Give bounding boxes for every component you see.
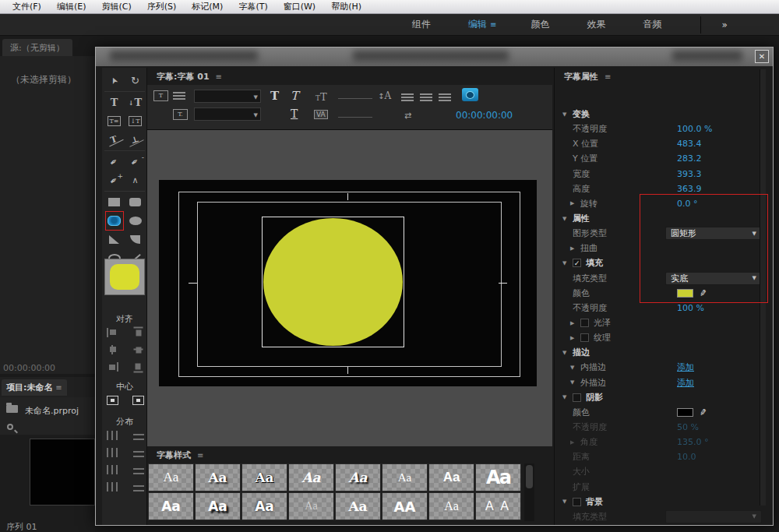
font-family-select[interactable]: ▼ [194,90,261,103]
distribute-left-button[interactable] [107,431,118,440]
menu-clip[interactable]: 剪辑(C) [93,1,139,12]
distribute-center-v-button[interactable] [133,448,144,457]
y-position-value[interactable]: 283.2 [677,153,702,164]
triangle-collapsed-icon[interactable]: ▶ [570,245,580,252]
tab-editing[interactable]: 编辑 [449,18,490,31]
style-swatch[interactable]: Aa [195,463,241,491]
underline-button[interactable]: T [291,107,298,120]
new-title-based-on-template-icon[interactable]: T [153,90,168,101]
tab-assembly[interactable]: 组件 [393,18,449,31]
align-left-button[interactable] [107,328,118,337]
triangle-expanded-icon[interactable]: ▼ [562,499,573,505]
triangle-expanded-icon[interactable]: ▼ [562,216,573,222]
window-title-bar[interactable]: ✕ [96,48,773,66]
style-swatch[interactable]: Aa [382,463,428,491]
style-swatch[interactable]: Aa [288,463,334,491]
section-background[interactable]: ▼ 背景 [555,495,763,509]
section-shadow[interactable]: ▼ 阴影 [555,390,763,405]
panel-menu-icon[interactable]: ≡ [605,72,611,81]
clipped-corner-rectangle-tool-selected[interactable] [104,213,124,229]
width-value[interactable]: 393.3 [677,169,702,179]
font-style-select[interactable]: ▼ [194,107,261,121]
rounded-rectangle-shape[interactable] [263,218,403,346]
panel-menu-icon[interactable]: ≡ [216,72,222,81]
x-position-value[interactable]: 483.4 [677,139,702,149]
triangle-expanded-icon[interactable]: ▼ [562,350,573,356]
sheen-checkbox[interactable] [580,319,589,327]
rounded-rectangle-tool[interactable] [125,194,145,210]
section-strokes[interactable]: ▼ 描边 [555,345,763,360]
triangle-collapsed-icon[interactable]: ▶ [570,200,580,206]
fill-opacity-value[interactable]: 100 % [677,303,704,313]
distribute-even-v-button[interactable] [133,482,144,491]
distribute-top-button[interactable] [133,431,144,440]
section-transform[interactable]: ▼ 变换 [555,107,763,122]
shadow-angle-value[interactable]: 135.0 ° [677,437,709,447]
shadow-color-swatch[interactable] [677,408,693,417]
menu-help[interactable]: 帮助(H) [323,1,369,12]
center-horizontal-button[interactable] [107,396,118,405]
triangle-collapsed-icon[interactable]: ▶ [570,335,580,341]
style-swatch[interactable]: Aa [148,463,194,491]
current-style-preview[interactable] [104,259,145,295]
align-text-right-icon[interactable] [439,92,451,104]
style-swatch[interactable]: Aa [288,492,334,520]
shape-selection-box[interactable] [262,217,404,347]
style-swatch[interactable]: Aa [148,492,194,520]
texture-checkbox[interactable] [580,333,589,342]
size-slider[interactable] [338,98,372,99]
style-swatch[interactable]: Aa [195,492,241,520]
triangle-expanded-icon[interactable]: ▼ [562,260,573,266]
tab-effects[interactable]: 效果 [568,18,624,31]
project-file-name[interactable]: 未命名.prproj [25,405,79,417]
menu-file[interactable]: 文件(F) [5,1,49,12]
shadow-distance-value[interactable]: 10.0 [677,452,696,462]
distribute-center-h-button[interactable] [107,448,118,457]
distribute-even-h-button[interactable] [107,482,118,491]
distribute-bottom-button[interactable] [133,465,144,474]
show-background-video-icon[interactable] [462,88,478,101]
shadow-opacity-value[interactable]: 50 % [677,422,699,432]
italic-button[interactable]: T [291,89,298,103]
selection-tool[interactable]: ➤ [104,72,124,89]
style-swatch[interactable]: Aa [428,492,474,520]
menu-edit[interactable]: 编辑(E) [49,1,94,12]
tab-overflow-chevron[interactable]: » [700,16,727,33]
path-type-tool[interactable]: T [104,132,124,148]
panel-menu-icon[interactable]: ≡ [197,451,203,460]
type-tool[interactable]: T [104,94,124,111]
triangle-expanded-icon[interactable]: ▼ [570,379,580,386]
style-swatch[interactable]: Aa [335,463,381,491]
rectangle-tool[interactable] [104,194,124,210]
area-type-tool[interactable]: T≡ [104,113,124,129]
convert-anchor-point-tool[interactable]: ∧ [125,172,145,188]
vertical-path-type-tool[interactable]: ⊥ [125,132,145,148]
triangle-expanded-icon[interactable]: ▼ [570,365,580,371]
style-swatch[interactable]: Aa [335,492,381,520]
tab-color[interactable]: 颜色 [512,18,568,31]
triangle-collapsed-icon[interactable]: ▶ [570,320,580,326]
sequence-thumbnail[interactable] [30,439,95,506]
tab-editing-menu-icon[interactable]: ≡ [490,20,512,29]
ellipse-filled-tool[interactable] [125,213,145,229]
leading-control[interactable]: ↕A [378,90,391,101]
delete-anchor-point-tool[interactable]: ✒- [125,153,145,170]
wedge-tool[interactable] [104,231,124,248]
align-right-button[interactable] [107,362,118,372]
vertical-type-tool[interactable]: T [125,94,145,111]
vertical-area-type-tool[interactable]: ↓T [125,113,145,129]
triangle-collapsed-icon[interactable]: ▶ [570,439,580,446]
rotation-tool[interactable]: ↻ [125,72,145,89]
search-icon[interactable] [7,424,13,430]
height-value[interactable]: 363.9 [677,184,702,194]
align-text-left-icon[interactable] [401,92,414,104]
opacity-value[interactable]: 100.0 % [677,124,712,134]
shadow-checkbox[interactable] [573,393,581,402]
eyedropper-icon[interactable]: ✎ [699,407,707,417]
source-monitor-tab[interactable]: 源:（无剪辑） [2,39,72,57]
style-swatch[interactable]: Aa [241,492,287,520]
distribute-right-button[interactable] [107,465,118,474]
align-bottom-button[interactable] [134,361,143,373]
fill-checkbox[interactable]: ✓ [573,259,581,267]
style-swatch[interactable]: A A [475,492,521,520]
